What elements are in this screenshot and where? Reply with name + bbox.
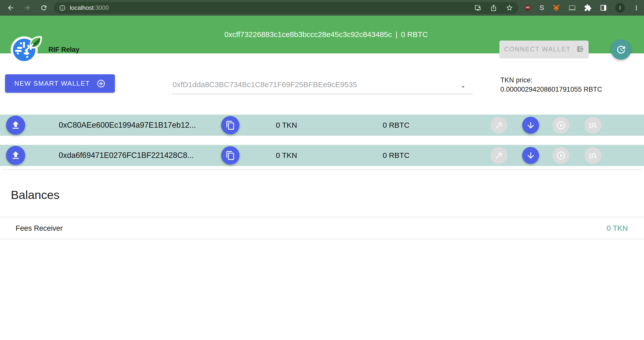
divider — [0, 239, 644, 239]
smart-wallet-select[interactable]: 0xfD1dda8C3BC734Bc1C8e71F69F25BFBEe9cE95… — [173, 76, 472, 94]
header-account: 0xcff73226883c1ce8b3bccc28e45c3c92c84348… — [224, 16, 428, 53]
side-panel-icon[interactable] — [600, 4, 607, 12]
smart-wallet-row: 0xC80AEe600Ec1994a97E1B17eb12... 0 TKN 0… — [0, 115, 644, 136]
divider — [2, 169, 642, 170]
add-circle-icon — [96, 79, 106, 88]
wallet-rbtc-balance: 0 RBTC — [383, 121, 410, 129]
copy-icon — [226, 151, 235, 160]
account-separator: | — [395, 30, 397, 39]
reload-icon — [40, 4, 48, 12]
screen-share-icon[interactable] — [568, 4, 576, 12]
fees-receiver-value: 0 TKN — [607, 224, 628, 232]
ublock-icon[interactable]: UO — [524, 4, 531, 12]
smart-wallet-row: 0xda6f69471E0276FC1BF221428C8... 0 TKN 0… — [0, 145, 644, 166]
account-balance: 0 RBTC — [401, 30, 428, 39]
forward-icon — [23, 4, 31, 12]
address-bar[interactable]: localhost:3000 — [54, 2, 518, 14]
wallet-rbtc-balance: 0 RBTC — [383, 151, 410, 160]
transfer-button[interactable] — [491, 117, 507, 134]
play-circle-icon — [556, 120, 566, 130]
relay-calls-button[interactable] — [585, 117, 601, 134]
fees-receiver-label: Fees Receiver — [16, 224, 63, 232]
forward-button[interactable] — [21, 1, 34, 14]
new-smart-wallet-label: NEW SMART WALLET — [14, 80, 90, 87]
wallet-tkn-balance: 0 TKN — [276, 151, 297, 160]
manage-search-icon — [588, 151, 598, 160]
divider — [0, 217, 644, 217]
tkn-price-label: TKN price: — [500, 76, 602, 85]
extensions-puzzle-icon[interactable] — [584, 4, 592, 12]
play-circle-icon — [556, 151, 566, 160]
app-title: RIF Relay — [48, 46, 79, 54]
wallet-icon — [576, 45, 584, 53]
upload-icon — [10, 120, 21, 130]
browser-menu-icon[interactable] — [633, 4, 640, 11]
url-host: localhost — [70, 4, 94, 11]
deploy-wallet-button[interactable] — [6, 146, 25, 165]
copy-icon — [226, 120, 235, 130]
account-address: 0xcff73226883c1ce8b3bccc28e45c3c92c84348… — [224, 30, 392, 39]
refresh-button[interactable] — [611, 39, 631, 60]
back-button[interactable] — [4, 1, 17, 14]
site-info-icon[interactable] — [59, 5, 66, 11]
surfshark-icon[interactable]: S — [539, 4, 544, 11]
transfer-button[interactable] — [491, 147, 507, 164]
update-icon — [616, 44, 626, 55]
wallet-tkn-balance: 0 TKN — [276, 121, 297, 129]
rif-relay-logo-icon — [10, 34, 44, 65]
bookmark-star-icon[interactable] — [506, 4, 513, 12]
install-app-icon[interactable] — [474, 4, 481, 11]
share-icon[interactable] — [490, 4, 497, 11]
copy-address-button[interactable] — [221, 146, 240, 165]
manage-search-icon — [588, 120, 598, 130]
selected-wallet-value: 0xfD1dda8C3BC734Bc1C8e71F69F25BFBEe9cE95… — [173, 80, 357, 89]
extensions-strip: UO S I — [524, 3, 640, 13]
reload-button[interactable] — [37, 1, 50, 14]
ublock-letters: UO — [524, 6, 531, 9]
arrow-up-right-icon — [494, 121, 503, 130]
execute-button[interactable] — [553, 147, 569, 164]
back-icon — [7, 4, 14, 12]
url-text: localhost:3000 — [70, 4, 109, 11]
arrow-down-icon — [526, 120, 535, 130]
arrow-down-icon — [526, 151, 535, 160]
receive-button[interactable] — [522, 147, 539, 164]
relay-calls-button[interactable] — [585, 147, 601, 164]
dropdown-arrow-icon — [459, 83, 467, 91]
wallet-address: 0xC80AEe600Ec1994a97E1B17eb12... — [59, 121, 196, 130]
metamask-icon[interactable] — [552, 4, 560, 12]
url-port: :3000 — [94, 4, 109, 11]
balances-title: Balances — [11, 188, 59, 202]
new-smart-wallet-button[interactable]: NEW SMART WALLET — [5, 74, 115, 93]
app-header: RIF Relay 0xcff73226883c1ce8b3bccc28e45c… — [0, 16, 644, 53]
deploy-wallet-button[interactable] — [6, 116, 25, 135]
arrow-up-right-icon — [494, 151, 503, 160]
browser-chrome: localhost:3000 UO S — [0, 0, 644, 16]
tkn-price-value: 0.00000294208601791055 RBTC — [500, 85, 602, 94]
connect-wallet-button[interactable]: CONNECT WALLET — [499, 41, 589, 58]
tkn-price: TKN price: 0.00000294208601791055 RBTC — [500, 76, 602, 94]
execute-button[interactable] — [553, 117, 569, 134]
profile-avatar[interactable]: I — [615, 3, 625, 13]
copy-address-button[interactable] — [221, 116, 240, 134]
receive-button[interactable] — [522, 117, 539, 134]
connect-wallet-label: CONNECT WALLET — [504, 46, 571, 53]
upload-icon — [10, 150, 21, 161]
wallet-address: 0xda6f69471E0276FC1BF221428C8... — [59, 151, 194, 160]
